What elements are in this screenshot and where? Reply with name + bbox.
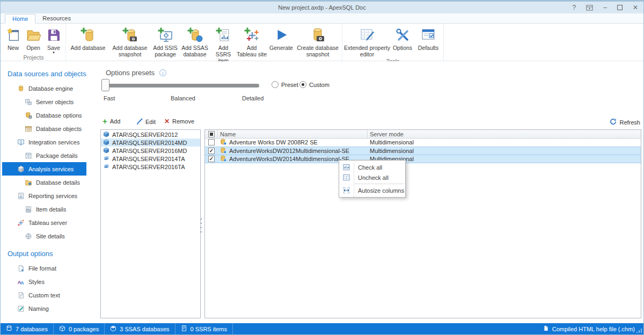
file-format-icon	[17, 264, 25, 272]
sidebar-item-database-objects[interactable]: Database objects	[1, 122, 98, 135]
server-row[interactable]: ATAR\SQLSERVER2016MD	[101, 147, 200, 155]
ssas-cube-icon	[103, 139, 109, 147]
ribbon-tab-row: Home Resources	[1, 13, 643, 24]
ribbon-group-actions: Add database Add database snapshot Add S…	[66, 24, 342, 61]
context-menu-item-autosize-columns[interactable]: Autosize columns	[339, 185, 405, 195]
column-header-name[interactable]: Name	[218, 130, 368, 138]
server-list: ATAR\SQLSERVER2012 ATAR\SQLSERVER2014MD …	[100, 129, 201, 318]
sidebar-item-item-details[interactable]: Item details	[1, 202, 98, 216]
custom-radio[interactable]: Custom	[299, 81, 330, 88]
sidebar: Data sources and objects Database engine…	[1, 61, 98, 324]
tab-resources[interactable]: Resources	[35, 13, 78, 23]
check-all-icon	[342, 163, 350, 172]
server-row[interactable]: ATAR\SQLSERVER2016TA	[101, 163, 200, 171]
maximize-icon[interactable]	[617, 5, 623, 10]
sidebar-item-database-engine[interactable]: Database engine	[1, 82, 98, 95]
sidebar-item-database-options[interactable]: Database options	[1, 108, 98, 122]
group-label-projects: Projects	[3, 54, 64, 62]
reporting-services-icon	[17, 192, 25, 200]
ssas-database-icon	[219, 147, 227, 155]
presets-slider-handle[interactable]	[101, 79, 109, 91]
panel-splitter[interactable]	[201, 219, 202, 232]
table-header: Name Server mode	[205, 130, 641, 139]
add-tableau-site-button[interactable]: Add Tableau site	[236, 25, 267, 57]
analysis-services-icon	[17, 165, 25, 173]
sidebar-item-file-format[interactable]: File format	[1, 261, 98, 275]
sidebar-item-database-details[interactable]: Database details	[1, 176, 98, 189]
add-ssas-database-button[interactable]: Add SSAS database	[179, 25, 210, 57]
sidebar-item-naming[interactable]: Naming	[1, 302, 98, 315]
database-details-icon	[24, 178, 32, 186]
row-checkbox-checked[interactable]	[208, 148, 215, 154]
tab-home[interactable]: Home	[5, 14, 35, 24]
refresh-icon	[610, 118, 617, 126]
options-button[interactable]: Options	[390, 25, 415, 51]
options-presets-title: Options presets	[106, 69, 166, 77]
add-tableau-site-icon	[243, 25, 260, 45]
context-menu: Check all Uncheck all Autosize columns	[339, 160, 406, 198]
sidebar-item-custom-text[interactable]: Custom text	[1, 288, 98, 302]
status-databases: 7 databases	[1, 323, 54, 334]
ribbon: New Open Save ▾ Projects Add database	[1, 24, 643, 61]
sidebar-item-site-details[interactable]: Site details	[1, 229, 98, 243]
sidebar-item-tableau-server[interactable]: Tableau server	[1, 216, 98, 229]
add-server-button[interactable]: + Add	[103, 118, 120, 125]
edit-server-button[interactable]: Edit	[136, 118, 156, 126]
sidebar-item-package-details[interactable]: Package details	[1, 149, 98, 162]
add-database-button[interactable]: Add database	[68, 25, 108, 51]
status-report-icon	[181, 325, 187, 333]
window-title: New project.axdp - ApexSQL Doc	[278, 4, 365, 11]
add-database-snapshot-button[interactable]: Add database snapshot	[108, 25, 151, 57]
table-row[interactable]: Adventure Works DW 2008R2 SE Multidimens…	[205, 139, 641, 147]
close-icon[interactable]: ✕	[633, 4, 638, 11]
table-row-selected[interactable]: AdventureWorksDW2014Multidimensional-SE …	[205, 155, 641, 163]
help-icon[interactable]: ?	[573, 4, 576, 11]
add-ssrs-item-button[interactable]: Add SSRS item	[210, 25, 236, 64]
sidebar-item-integration-services[interactable]: Integration services	[1, 135, 98, 149]
server-row-selected[interactable]: ATAR\SQLSERVER2014MD	[101, 139, 200, 147]
row-checkbox[interactable]	[208, 139, 215, 145]
ssas-database-icon	[219, 155, 227, 163]
custom-radio-circle[interactable]	[299, 81, 306, 88]
open-button[interactable]: Open	[23, 25, 43, 51]
resize-grip[interactable]	[636, 329, 642, 333]
table-row-selected[interactable]: AdventureWorksDW2012Multidimensional-SE …	[205, 147, 641, 155]
minimize-icon[interactable]: –	[603, 4, 607, 11]
new-button[interactable]: New	[3, 25, 23, 51]
save-button[interactable]: Save ▾	[43, 25, 64, 54]
extended-property-editor-button[interactable]: Extended property editor	[344, 25, 390, 57]
sidebar-item-reporting-services[interactable]: Reporting services	[1, 189, 98, 202]
edit-pencil-icon	[136, 118, 143, 126]
generate-button[interactable]: Generate	[267, 25, 295, 51]
status-output-format: Compiled HTML help file (.chm)	[543, 325, 643, 333]
add-ssis-package-button[interactable]: Add SSIS package	[151, 25, 179, 57]
context-menu-item-uncheck-all[interactable]: Uncheck all	[339, 172, 405, 183]
preset-radio-circle[interactable]	[272, 81, 279, 88]
column-header-server-mode[interactable]: Server mode	[368, 130, 641, 138]
remove-server-button[interactable]: ✕ Remove	[164, 118, 194, 125]
ribbon-display-icon[interactable]	[586, 4, 593, 11]
context-menu-item-check-all[interactable]: Check all	[339, 162, 405, 172]
uncheck-all-icon	[342, 173, 350, 183]
select-all-checkbox-cell[interactable]	[205, 130, 218, 138]
tableau-server-icon	[17, 219, 25, 227]
sidebar-item-server-objects[interactable]: Server objects	[1, 95, 98, 108]
presets-slider-track[interactable]	[103, 84, 259, 88]
select-all-checkbox[interactable]	[208, 131, 215, 137]
server-row[interactable]: ATAR\SQLSERVER2014TA	[101, 155, 200, 163]
refresh-button[interactable]: Refresh	[610, 118, 640, 126]
main-area: Data sources and objects Database engine…	[1, 61, 643, 324]
sidebar-item-styles[interactable]: AA Styles	[1, 275, 98, 288]
server-row[interactable]: ATAR\SQLSERVER2012	[101, 130, 200, 139]
info-icon[interactable]	[159, 69, 166, 76]
preset-radio[interactable]: Preset	[272, 81, 298, 88]
ssas-database-icon	[219, 138, 227, 147]
generate-play-icon	[273, 25, 289, 45]
database-options-icon	[24, 111, 32, 119]
row-checkbox-checked[interactable]	[208, 156, 215, 162]
server-objects-icon	[24, 98, 32, 106]
package-details-icon	[24, 151, 32, 159]
defaults-button[interactable]: Defaults	[415, 25, 442, 51]
sidebar-item-analysis-services[interactable]: Analysis services	[2, 162, 86, 176]
create-database-snapshot-button[interactable]: Create database snapshot	[295, 25, 340, 57]
